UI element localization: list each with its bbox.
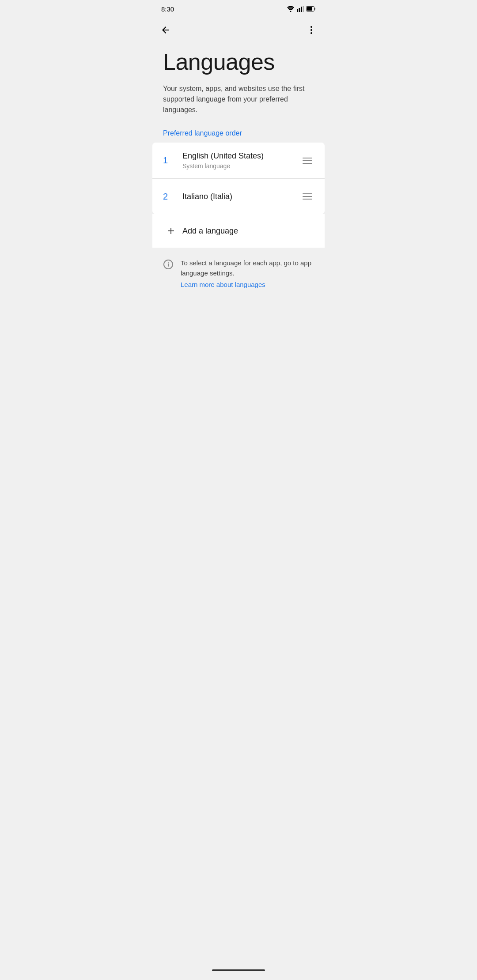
language-number-1: 1 (163, 155, 179, 166)
learn-more-link[interactable]: Learn more about languages (181, 281, 314, 288)
language-item-2[interactable]: 2 Italiano (Italia) (152, 179, 325, 214)
info-icon (163, 259, 174, 271)
language-number-2: 2 (163, 192, 179, 202)
info-section: To select a language for each app, go to… (152, 248, 325, 299)
add-language-label: Add a language (182, 226, 238, 236)
page-description: Your system, apps, and websites use the … (163, 83, 314, 115)
language-info-2: Italiano (Italia) (182, 192, 301, 201)
svg-point-8 (310, 29, 312, 31)
drag-handle-2[interactable] (301, 192, 314, 201)
language-name-1: English (United States) (182, 151, 301, 161)
svg-rect-1 (297, 9, 298, 12)
language-name-2: Italiano (Italia) (182, 192, 301, 201)
language-sub-1: System language (182, 162, 301, 170)
add-language-item[interactable]: Add a language (152, 214, 325, 248)
status-bar: 8:30 (152, 0, 325, 18)
drag-handle-1[interactable] (301, 156, 314, 166)
plus-icon (166, 226, 176, 236)
svg-point-9 (310, 32, 312, 34)
wifi-icon (287, 6, 295, 12)
language-item-1[interactable]: 1 English (United States) System languag… (152, 143, 325, 179)
more-vert-icon (306, 25, 317, 35)
language-info-1: English (United States) System language (182, 151, 301, 170)
add-language-icon (163, 223, 179, 239)
back-arrow-icon (160, 25, 171, 35)
language-list: 1 English (United States) System languag… (152, 143, 325, 214)
signal-icon (297, 6, 304, 12)
svg-point-0 (290, 11, 292, 12)
top-bar (152, 18, 325, 42)
info-content: To select a language for each app, go to… (181, 258, 314, 288)
page-title: Languages (163, 49, 314, 75)
status-icons (287, 6, 316, 12)
info-text: To select a language for each app, go to… (181, 259, 311, 277)
section-header: Preferred language order (152, 119, 325, 143)
preferred-language-order-link[interactable]: Preferred language order (163, 129, 242, 137)
more-options-button[interactable] (302, 20, 321, 40)
svg-rect-4 (303, 6, 304, 12)
page-header: Languages Your system, apps, and website… (152, 42, 325, 119)
battery-icon (306, 6, 316, 11)
svg-rect-3 (301, 7, 302, 12)
svg-rect-6 (307, 7, 312, 11)
status-time: 8:30 (161, 5, 174, 13)
svg-rect-2 (299, 8, 300, 12)
svg-point-7 (310, 26, 312, 28)
back-button[interactable] (156, 20, 175, 40)
